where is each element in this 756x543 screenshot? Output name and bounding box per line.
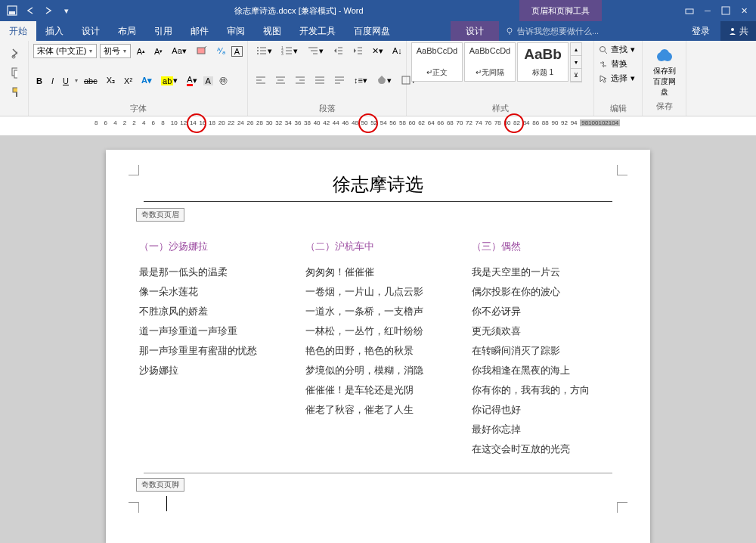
char-border-icon[interactable]: A: [231, 46, 243, 57]
style-no-spacing[interactable]: AaBbCcDd ↵无间隔: [464, 42, 516, 82]
tab-review[interactable]: 审阅: [218, 21, 254, 41]
style-more-icon[interactable]: ⊻: [571, 69, 581, 82]
line-spacing-icon[interactable]: ↕≡▾: [351, 74, 370, 87]
copy-icon[interactable]: [8, 65, 20, 80]
numbering-icon[interactable]: 123▾: [278, 44, 301, 57]
tell-me-input[interactable]: 告诉我您想要做什么...: [499, 21, 681, 41]
decrease-indent-icon[interactable]: [330, 44, 346, 57]
column-3[interactable]: （三）偶然 我是天空里的一片云偶尔投影在你的波心你不必讶异更无须欢喜在转瞬间消灭…: [472, 237, 617, 459]
svg-text:3: 3: [281, 51, 284, 56]
subscript-button[interactable]: X₂: [104, 74, 118, 87]
find-button[interactable]: 查找▾: [599, 42, 637, 57]
column-1[interactable]: （一）沙扬娜拉 最是那一低头的温柔像一朵水莲花不胜凉风的娇羞道一声珍重道一声珍重…: [139, 237, 284, 459]
multilevel-list-icon[interactable]: ▾: [304, 44, 327, 57]
clipboard-group: [0, 41, 29, 116]
strikethrough-button[interactable]: abc: [81, 75, 101, 87]
poem-line: 沙扬娜拉: [139, 361, 284, 380]
font-name-combo[interactable]: 宋体 (中文正)▾: [33, 44, 97, 58]
page[interactable]: 徐志摩诗选 奇数页页眉 （一）沙扬娜拉 最是那一低头的温柔像一朵水莲花不胜凉风的…: [106, 150, 650, 543]
style-normal[interactable]: AaBbCcDd ↵正文: [411, 42, 463, 82]
align-right-icon[interactable]: [292, 73, 308, 87]
font-color-icon[interactable]: A▾: [184, 73, 200, 88]
poem-line: 最是那一低头的温柔: [139, 262, 284, 282]
bullets-icon[interactable]: ▾: [253, 44, 275, 57]
poem-line: 你记得也好: [472, 400, 617, 420]
tab-layout[interactable]: 布局: [109, 21, 145, 41]
column-title: （三）偶然: [472, 237, 617, 256]
align-justify-icon[interactable]: [311, 73, 328, 87]
ribbon-options-icon[interactable]: [683, 5, 696, 17]
tab-references[interactable]: 引用: [145, 21, 181, 41]
titlebar: ▾ 徐志摩诗选.docx [兼容模式] - Word 页眉和页脚工具 ─ ✕: [0, 0, 756, 21]
shrink-font-icon[interactable]: A▾: [151, 45, 166, 57]
undo-icon[interactable]: [24, 5, 36, 17]
text-effects-icon[interactable]: A▾: [138, 74, 155, 87]
char-shading-icon[interactable]: A: [203, 76, 213, 85]
phonetic-guide-icon[interactable]: ᴬ⁄ₐ: [214, 45, 228, 57]
horizontal-ruler[interactable]: 8642246810121416182022242628303234363840…: [94, 119, 699, 133]
tab-design[interactable]: 设计: [73, 21, 109, 41]
style-down-icon[interactable]: ▾: [571, 56, 581, 69]
tab-header-footer-design[interactable]: 设计: [451, 21, 499, 41]
share-icon: [728, 26, 737, 36]
bold-button[interactable]: B: [33, 75, 45, 87]
format-painter-icon[interactable]: [8, 85, 20, 100]
maximize-icon[interactable]: [720, 5, 732, 17]
asian-layout-icon[interactable]: ✕▾: [369, 45, 386, 57]
svg-line-53: [605, 51, 607, 54]
select-icon: [599, 74, 608, 83]
tab-view[interactable]: 视图: [254, 21, 290, 41]
replace-button[interactable]: 替换: [599, 57, 637, 71]
poem-line: 一卷烟，一片山，几点云影: [305, 282, 451, 302]
qat-more-icon[interactable]: ▾: [60, 5, 73, 17]
style-up-icon[interactable]: ▴: [571, 43, 581, 56]
tab-baidu[interactable]: 百度网盘: [345, 21, 399, 41]
poem-line: 不胜凉风的娇羞: [139, 302, 284, 321]
italic-button[interactable]: I: [48, 75, 57, 87]
search-icon: [599, 45, 608, 54]
select-button[interactable]: 选择▾: [599, 71, 637, 85]
underline-button[interactable]: U: [60, 75, 72, 87]
shading-icon[interactable]: ▾: [373, 73, 395, 87]
poem-line: 我是天空里的一片云: [472, 262, 617, 282]
tab-insert[interactable]: 插入: [36, 21, 73, 41]
style-heading1[interactable]: AaBb 标题 1: [517, 42, 569, 82]
align-left-icon[interactable]: [253, 73, 269, 87]
close-icon[interactable]: ✕: [738, 5, 750, 17]
window-controls: ─ ✕: [677, 5, 756, 17]
grow-font-icon[interactable]: A▴: [134, 45, 148, 57]
enclose-char-icon[interactable]: ㊕: [216, 73, 231, 88]
annotation-circle-1: [187, 113, 206, 133]
annotation-circle-3: [504, 113, 524, 133]
window-title: 徐志摩诗选.docx [兼容模式] - Word: [79, 5, 519, 17]
column-2[interactable]: （二）沪杭车中 匆匆匆！催催催一卷烟，一片山，几点云影一道水，一条桥，一支橹声一…: [305, 237, 451, 459]
style-gallery-scroll[interactable]: ▴ ▾ ⊻: [570, 42, 582, 82]
increase-indent-icon[interactable]: [349, 44, 366, 57]
footer-tag: 奇数页页脚: [136, 478, 184, 492]
svg-point-56: [660, 49, 669, 58]
save-icon[interactable]: [6, 5, 18, 17]
save-baidu-button[interactable]: 保存到百度网盘: [647, 45, 681, 99]
align-center-icon[interactable]: [272, 73, 289, 87]
svg-point-19: [257, 53, 259, 54]
share-button[interactable]: 共: [720, 21, 756, 41]
poem-line: 你不必讶异: [472, 302, 617, 321]
tab-start[interactable]: 开始: [0, 21, 36, 41]
change-case-icon[interactable]: Aa▾: [169, 45, 189, 57]
svg-point-6: [731, 28, 734, 31]
cut-icon[interactable]: [8, 45, 20, 61]
tab-developer[interactable]: 开发工具: [290, 21, 345, 41]
superscript-button[interactable]: X²: [121, 75, 135, 87]
minimize-icon[interactable]: ─: [702, 5, 714, 17]
tab-mailings[interactable]: 邮件: [181, 21, 218, 41]
clear-format-icon[interactable]: [193, 45, 211, 58]
distribute-icon[interactable]: [331, 73, 348, 87]
svg-rect-2: [686, 9, 693, 14]
document-title[interactable]: 徐志摩诗选: [144, 168, 612, 202]
font-size-combo[interactable]: 初号▾: [100, 44, 131, 58]
sort-icon[interactable]: A↓: [389, 45, 405, 57]
redo-icon[interactable]: [42, 5, 54, 17]
highlight-icon[interactable]: ab▾: [158, 74, 181, 87]
poem-line: 像一朵水莲花: [139, 282, 284, 302]
login-button[interactable]: 登录: [681, 21, 720, 41]
